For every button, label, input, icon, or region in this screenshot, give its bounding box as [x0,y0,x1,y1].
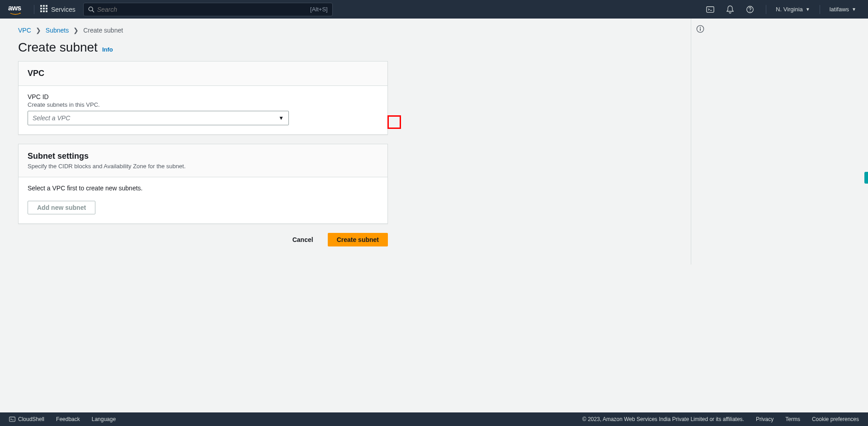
caret-down-icon: ▼ [852,7,856,12]
search-icon [88,6,94,13]
divider [820,5,820,14]
vpc-card: VPC VPC ID Create subnets in this VPC. S… [18,61,388,135]
vpc-select[interactable]: Select a VPC ▼ [28,111,289,125]
chevron-right-icon: ❯ [36,27,41,34]
notifications-icon[interactable] [720,0,740,19]
page-title: Create subnet [18,40,98,55]
svg-rect-3 [40,8,42,9]
svg-rect-0 [40,5,42,7]
services-button[interactable]: Services [40,5,75,14]
user-menu[interactable]: latifaws ▼ [826,6,860,13]
region-selector[interactable]: N. Virginia ▼ [772,6,814,13]
svg-rect-17 [700,28,701,31]
svg-rect-1 [43,5,45,7]
action-row: Cancel Create subnet [18,233,388,246]
feedback-tab[interactable] [864,172,868,184]
svg-line-10 [92,10,94,12]
svg-rect-5 [46,8,47,9]
aws-logo[interactable]: aws [8,4,23,15]
vpc-id-label: VPC ID [28,93,378,100]
breadcrumb-vpc[interactable]: VPC [18,27,31,34]
vpc-id-hint: Create subnets in this VPC. [28,101,378,108]
subnet-info-text: Select a VPC first to create new subnets… [28,185,378,192]
info-link[interactable]: Info [102,46,113,53]
svg-rect-4 [43,8,45,9]
services-label: Services [51,6,75,13]
chevron-right-icon: ❯ [73,27,79,34]
vpc-select-placeholder: Select a VPC [33,114,70,122]
help-icon[interactable] [740,0,760,19]
cancel-button[interactable]: Cancel [283,233,322,246]
search-input[interactable] [97,6,310,13]
caret-down-icon: ▼ [278,115,284,121]
breadcrumb-subnets[interactable]: Subnets [46,27,69,34]
divider [766,5,766,14]
breadcrumb-current: Create subnet [83,27,123,34]
user-label: latifaws [830,6,849,13]
search-box[interactable]: [Alt+S] [83,3,333,16]
svg-rect-2 [46,5,47,7]
subnet-card-sub: Specify the CIDR blocks and Availability… [28,163,378,170]
svg-rect-6 [40,10,42,12]
breadcrumb: VPC ❯ Subnets ❯ Create subnet [18,27,673,34]
svg-point-9 [89,7,93,11]
add-new-subnet-button: Add new subnet [28,201,95,214]
svg-point-16 [699,27,700,28]
svg-rect-8 [46,10,47,12]
svg-rect-7 [43,10,45,12]
vpc-card-header: VPC [28,69,378,78]
caret-down-icon: ▼ [806,7,810,12]
divider [34,5,34,14]
svg-rect-11 [707,6,714,12]
grid-icon [40,5,47,14]
svg-point-14 [750,11,750,12]
cloudshell-icon[interactable] [700,0,720,19]
subnet-card-header: Subnet settings [28,151,378,161]
side-gutter [691,19,709,265]
search-hint: [Alt+S] [310,6,328,13]
top-nav: aws Services [Alt+S] N. Virginia ▼ [0,0,868,19]
nav-right: N. Virginia ▼ latifaws ▼ [700,0,860,19]
create-subnet-button[interactable]: Create subnet [328,233,388,246]
info-panel-icon[interactable] [696,25,704,265]
subnet-settings-card: Subnet settings Specify the CIDR blocks … [18,144,388,224]
highlight-marker [387,115,401,129]
region-label: N. Virginia [776,6,803,13]
